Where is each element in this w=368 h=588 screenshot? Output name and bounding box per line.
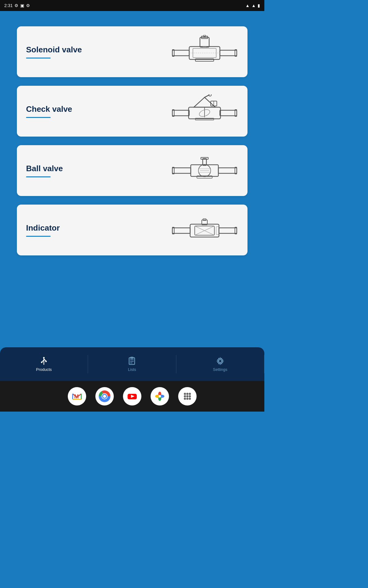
svg-point-81 [189,395,191,398]
svg-point-52 [45,361,47,362]
youtube-icon[interactable] [123,387,141,405]
indicator-text: Indicator [26,223,171,237]
svg-rect-34 [235,167,237,174]
svg-rect-44 [216,227,219,235]
svg-line-16 [205,95,209,97]
svg-point-50 [43,357,45,359]
lists-nav-icon [127,356,136,366]
check-valve-text: Check valve [26,104,171,118]
svg-point-79 [184,395,186,398]
check-valve-title: Check valve [26,104,171,114]
indicator-image [171,213,238,247]
gmail-icon[interactable]: M [68,387,86,405]
status-right: ▲ ▲ ▮ [245,3,260,8]
wifi-icon: ▲ [245,3,250,8]
chrome-icon[interactable] [95,387,114,405]
svg-rect-12 [172,110,189,116]
check-valve-underline [26,117,51,118]
android-dock: M [0,381,264,412]
settings2-icon: ⚙ [26,3,30,8]
ball-valve-title: Ball valve [26,164,171,173]
svg-rect-10 [235,50,237,56]
nav-divider-3 [264,355,264,373]
products-nav-icon [39,356,48,366]
svg-point-84 [189,398,191,400]
svg-point-82 [184,398,186,400]
svg-rect-46 [235,227,237,234]
nav-products[interactable]: Products [0,347,88,381]
svg-rect-0 [172,50,189,56]
signal-icon: ▲ [251,3,256,8]
svg-point-76 [184,393,186,395]
svg-point-74 [159,395,161,398]
check-valve-card[interactable]: Check valve [17,86,247,137]
nav-settings[interactable]: Settings [176,347,264,381]
svg-point-58 [219,360,222,363]
bottom-nav: Products Lists Settings [0,347,264,381]
svg-point-83 [186,398,189,400]
ball-valve-image [171,154,238,187]
sim-icon: ▣ [20,3,24,8]
svg-rect-20 [172,110,174,116]
ball-valve-card[interactable]: Ball valve [17,145,247,196]
products-nav-label: Products [36,367,52,372]
svg-rect-7 [202,47,207,47]
solenoid-valve-image [171,35,238,69]
solenoid-valve-text: Solenoid valve [26,45,171,58]
settings-nav-label: Settings [213,367,227,372]
svg-rect-26 [218,168,237,173]
solenoid-valve-underline [26,58,51,58]
google-photos-icon[interactable] [151,387,169,405]
svg-text:M: M [74,394,79,400]
svg-rect-9 [172,50,174,56]
svg-point-65 [103,395,106,398]
svg-rect-25 [172,168,191,173]
lists-nav-label: Lists [128,367,136,372]
status-time: 2:31 [4,3,13,8]
indicator-underline [26,236,51,237]
ball-valve-text: Ball valve [26,164,171,177]
svg-rect-1 [220,50,237,56]
check-valve-image [171,94,238,128]
svg-rect-36 [172,228,190,233]
indicator-title: Indicator [26,223,171,233]
solenoid-valve-card[interactable]: Solenoid valve [17,26,247,77]
svg-point-77 [186,393,189,395]
all-apps-icon[interactable] [178,387,197,405]
svg-rect-13 [220,110,237,116]
svg-point-78 [189,393,191,395]
svg-rect-45 [172,227,174,234]
battery-icon: ▮ [258,3,260,8]
svg-point-80 [186,395,189,398]
svg-point-51 [41,362,43,363]
svg-rect-33 [172,167,174,174]
indicator-card[interactable]: Indicator [17,205,247,255]
ball-valve-underline [26,176,51,177]
status-bar: 2:31 ⚙ ▣ ⚙ ▲ ▲ ▮ [0,0,264,11]
status-left: 2:31 ⚙ ▣ ⚙ [4,3,30,8]
settings-nav-icon [216,356,225,366]
main-content: Solenoid valve [0,11,264,347]
nav-lists[interactable]: Lists [88,347,176,381]
svg-rect-21 [235,110,237,116]
solenoid-valve-title: Solenoid valve [26,45,171,55]
svg-rect-37 [219,228,237,233]
settings-icon: ⚙ [14,3,18,8]
